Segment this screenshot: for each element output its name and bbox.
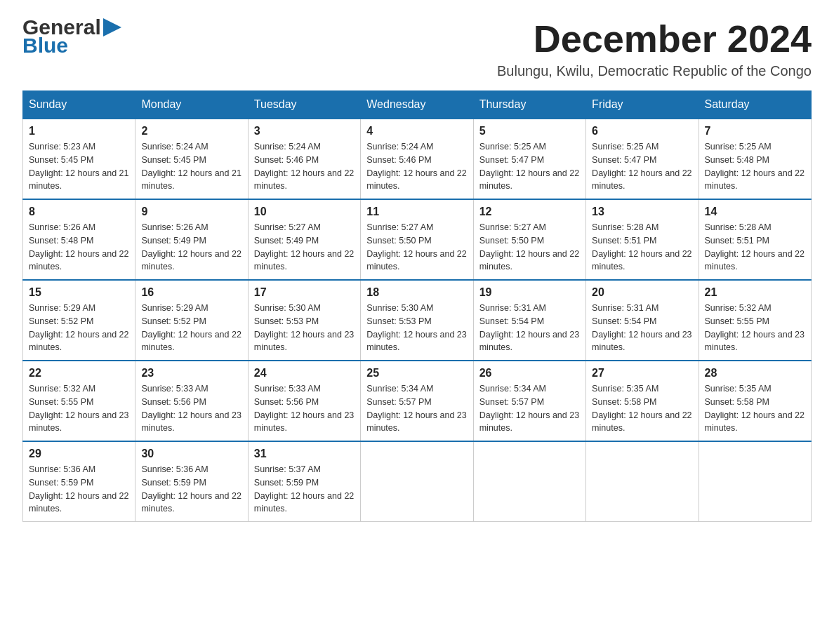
day-cell-10: 10 Sunrise: 5:27 AM Sunset: 5:49 PM Dayl… <box>248 199 360 280</box>
day-number: 11 <box>366 206 467 218</box>
calendar-table: SundayMondayTuesdayWednesdayThursdayFrid… <box>22 90 812 522</box>
day-cell-30: 30 Sunrise: 5:36 AM Sunset: 5:59 PM Dayl… <box>135 441 248 522</box>
day-number: 29 <box>29 448 129 460</box>
weekday-header-saturday: Saturday <box>699 91 811 119</box>
empty-cell <box>699 441 811 522</box>
logo-blue: Blue <box>22 35 68 56</box>
day-number: 15 <box>29 286 129 299</box>
day-info: Sunrise: 5:31 AM Sunset: 5:54 PM Dayligh… <box>592 302 692 354</box>
day-info: Sunrise: 5:36 AM Sunset: 5:59 PM Dayligh… <box>141 463 241 516</box>
week-row-3: 15 Sunrise: 5:29 AM Sunset: 5:52 PM Dayl… <box>23 280 812 361</box>
day-cell-7: 7 Sunrise: 5:25 AM Sunset: 5:48 PM Dayli… <box>699 119 811 199</box>
day-number: 4 <box>366 125 467 137</box>
day-info: Sunrise: 5:34 AM Sunset: 5:57 PM Dayligh… <box>479 382 580 435</box>
day-info: Sunrise: 5:29 AM Sunset: 5:52 PM Dayligh… <box>141 302 241 354</box>
day-number: 14 <box>705 206 805 218</box>
day-cell-19: 19 Sunrise: 5:31 AM Sunset: 5:54 PM Dayl… <box>473 280 585 361</box>
day-number: 3 <box>254 125 355 137</box>
day-number: 5 <box>479 125 580 137</box>
day-cell-2: 2 Sunrise: 5:24 AM Sunset: 5:45 PM Dayli… <box>135 119 248 199</box>
day-cell-13: 13 Sunrise: 5:28 AM Sunset: 5:51 PM Dayl… <box>586 199 699 280</box>
weekday-header-row: SundayMondayTuesdayWednesdayThursdayFrid… <box>23 91 812 119</box>
day-number: 17 <box>254 286 355 299</box>
day-cell-8: 8 Sunrise: 5:26 AM Sunset: 5:48 PM Dayli… <box>23 199 135 280</box>
day-number: 6 <box>592 125 692 137</box>
weekday-header-thursday: Thursday <box>473 91 585 119</box>
week-row-1: 1 Sunrise: 5:23 AM Sunset: 5:45 PM Dayli… <box>23 119 812 199</box>
day-cell-20: 20 Sunrise: 5:31 AM Sunset: 5:54 PM Dayl… <box>586 280 699 361</box>
day-number: 27 <box>592 367 692 380</box>
week-row-2: 8 Sunrise: 5:26 AM Sunset: 5:48 PM Dayli… <box>23 199 812 280</box>
day-info: Sunrise: 5:32 AM Sunset: 5:55 PM Dayligh… <box>705 302 805 354</box>
weekday-header-wednesday: Wednesday <box>361 91 473 119</box>
day-cell-29: 29 Sunrise: 5:36 AM Sunset: 5:59 PM Dayl… <box>23 441 135 522</box>
empty-cell <box>361 441 473 522</box>
page-top: General Blue December 2024 Bulungu, Kwil… <box>22 17 812 79</box>
day-info: Sunrise: 5:35 AM Sunset: 5:58 PM Dayligh… <box>705 382 805 435</box>
day-info: Sunrise: 5:30 AM Sunset: 5:53 PM Dayligh… <box>254 302 355 354</box>
day-cell-5: 5 Sunrise: 5:25 AM Sunset: 5:47 PM Dayli… <box>473 119 585 199</box>
day-info: Sunrise: 5:35 AM Sunset: 5:58 PM Dayligh… <box>592 382 692 435</box>
day-number: 28 <box>705 367 805 380</box>
day-info: Sunrise: 5:25 AM Sunset: 5:47 PM Dayligh… <box>592 140 692 193</box>
day-number: 23 <box>141 367 241 380</box>
day-cell-22: 22 Sunrise: 5:32 AM Sunset: 5:55 PM Dayl… <box>23 361 135 441</box>
day-info: Sunrise: 5:34 AM Sunset: 5:57 PM Dayligh… <box>366 382 467 435</box>
day-number: 18 <box>366 286 467 299</box>
day-info: Sunrise: 5:25 AM Sunset: 5:47 PM Dayligh… <box>479 140 580 193</box>
day-info: Sunrise: 5:27 AM Sunset: 5:49 PM Dayligh… <box>254 221 355 274</box>
day-info: Sunrise: 5:29 AM Sunset: 5:52 PM Dayligh… <box>29 302 129 354</box>
day-number: 12 <box>479 206 580 218</box>
day-cell-21: 21 Sunrise: 5:32 AM Sunset: 5:55 PM Dayl… <box>699 280 811 361</box>
empty-cell <box>586 441 699 522</box>
weekday-header-sunday: Sunday <box>23 91 135 119</box>
empty-cell <box>473 441 585 522</box>
day-cell-15: 15 Sunrise: 5:29 AM Sunset: 5:52 PM Dayl… <box>23 280 135 361</box>
day-number: 7 <box>705 125 805 137</box>
day-cell-12: 12 Sunrise: 5:27 AM Sunset: 5:50 PM Dayl… <box>473 199 585 280</box>
day-info: Sunrise: 5:33 AM Sunset: 5:56 PM Dayligh… <box>141 382 241 435</box>
day-number: 25 <box>366 367 467 380</box>
day-number: 16 <box>141 286 241 299</box>
weekday-header-friday: Friday <box>586 91 699 119</box>
day-info: Sunrise: 5:28 AM Sunset: 5:51 PM Dayligh… <box>592 221 692 274</box>
day-number: 30 <box>141 448 241 460</box>
day-number: 22 <box>29 367 129 380</box>
day-number: 8 <box>29 206 129 218</box>
day-number: 31 <box>254 448 355 460</box>
day-number: 21 <box>705 286 805 299</box>
day-info: Sunrise: 5:33 AM Sunset: 5:56 PM Dayligh… <box>254 382 355 435</box>
day-info: Sunrise: 5:32 AM Sunset: 5:55 PM Dayligh… <box>29 382 129 435</box>
day-cell-25: 25 Sunrise: 5:34 AM Sunset: 5:57 PM Dayl… <box>361 361 473 441</box>
day-number: 13 <box>592 206 692 218</box>
svg-marker-0 <box>103 18 121 36</box>
day-cell-9: 9 Sunrise: 5:26 AM Sunset: 5:49 PM Dayli… <box>135 199 248 280</box>
day-cell-27: 27 Sunrise: 5:35 AM Sunset: 5:58 PM Dayl… <box>586 361 699 441</box>
day-info: Sunrise: 5:24 AM Sunset: 5:45 PM Dayligh… <box>141 140 241 193</box>
week-row-4: 22 Sunrise: 5:32 AM Sunset: 5:55 PM Dayl… <box>23 361 812 441</box>
day-cell-24: 24 Sunrise: 5:33 AM Sunset: 5:56 PM Dayl… <box>248 361 360 441</box>
day-number: 10 <box>254 206 355 218</box>
day-number: 19 <box>479 286 580 299</box>
day-number: 24 <box>254 367 355 380</box>
month-year-title: December 2024 <box>497 17 812 60</box>
day-info: Sunrise: 5:23 AM Sunset: 5:45 PM Dayligh… <box>29 140 129 193</box>
day-info: Sunrise: 5:26 AM Sunset: 5:49 PM Dayligh… <box>141 221 241 274</box>
day-info: Sunrise: 5:26 AM Sunset: 5:48 PM Dayligh… <box>29 221 129 274</box>
day-info: Sunrise: 5:31 AM Sunset: 5:54 PM Dayligh… <box>479 302 580 354</box>
day-number: 9 <box>141 206 241 218</box>
day-cell-31: 31 Sunrise: 5:37 AM Sunset: 5:59 PM Dayl… <box>248 441 360 522</box>
day-cell-18: 18 Sunrise: 5:30 AM Sunset: 5:53 PM Dayl… <box>361 280 473 361</box>
day-cell-1: 1 Sunrise: 5:23 AM Sunset: 5:45 PM Dayli… <box>23 119 135 199</box>
day-number: 1 <box>29 125 129 137</box>
day-cell-17: 17 Sunrise: 5:30 AM Sunset: 5:53 PM Dayl… <box>248 280 360 361</box>
day-info: Sunrise: 5:37 AM Sunset: 5:59 PM Dayligh… <box>254 463 355 516</box>
day-info: Sunrise: 5:28 AM Sunset: 5:51 PM Dayligh… <box>705 221 805 274</box>
week-row-5: 29 Sunrise: 5:36 AM Sunset: 5:59 PM Dayl… <box>23 441 812 522</box>
day-info: Sunrise: 5:27 AM Sunset: 5:50 PM Dayligh… <box>366 221 467 274</box>
day-info: Sunrise: 5:24 AM Sunset: 5:46 PM Dayligh… <box>254 140 355 193</box>
title-block: December 2024 Bulungu, Kwilu, Democratic… <box>497 17 812 79</box>
logo-block: General Blue <box>22 17 121 56</box>
day-info: Sunrise: 5:25 AM Sunset: 5:48 PM Dayligh… <box>705 140 805 193</box>
day-cell-11: 11 Sunrise: 5:27 AM Sunset: 5:50 PM Dayl… <box>361 199 473 280</box>
